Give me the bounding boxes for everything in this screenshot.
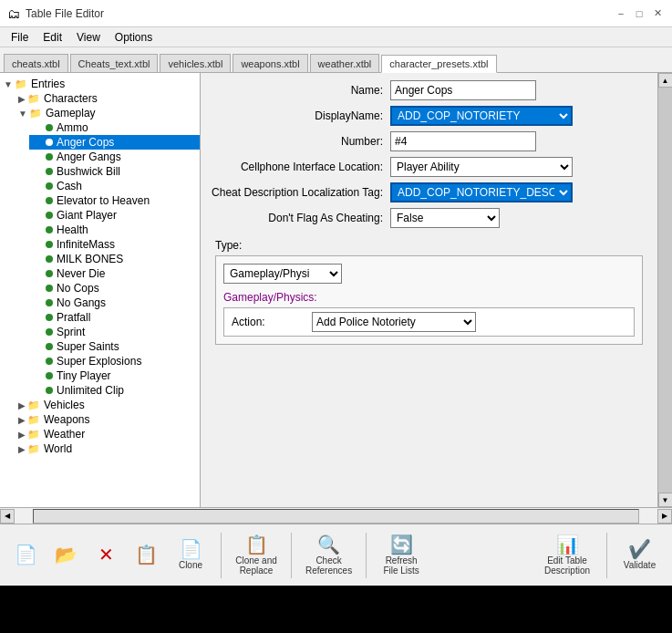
tab-cheats[interactable]: cheats.xtbl bbox=[4, 54, 68, 72]
cheat-desc-label: Cheat Description Localization Tag: bbox=[208, 186, 390, 199]
dont-flag-label: Don't Flag As Cheating: bbox=[208, 212, 390, 224]
menu-file[interactable]: File bbox=[4, 29, 36, 46]
clone-button[interactable]: 📄 Clone bbox=[168, 530, 213, 581]
horizontal-scrollbar[interactable] bbox=[33, 509, 639, 524]
refresh-lists-button[interactable]: 🔄 RefreshFile Lists bbox=[374, 530, 429, 581]
tree-label-unlimited-clip: Unlimited Clip bbox=[57, 384, 124, 397]
tree-item-world[interactable]: ▶ 📁 World bbox=[15, 441, 200, 456]
tree-item-weather[interactable]: ▶ 📁 Weather bbox=[15, 427, 200, 441]
maximize-button[interactable]: □ bbox=[632, 6, 646, 21]
dot-unlimited-clip bbox=[46, 387, 53, 394]
tree-item-tiny-player[interactable]: Tiny Player bbox=[29, 368, 200, 383]
close-button[interactable]: ✕ bbox=[650, 6, 665, 21]
scroll-left-arrow[interactable]: ◀ bbox=[0, 509, 15, 524]
tree-root-label: Entries bbox=[31, 78, 65, 90]
menu-view[interactable]: View bbox=[69, 29, 108, 46]
tree-item-bushwick-bill[interactable]: Bushwick Bill bbox=[29, 164, 200, 179]
tree-item-unlimited-clip[interactable]: Unlimited Clip bbox=[29, 383, 200, 398]
tab-bar: cheats.xtbl Cheats_text.xtbl vehicles.xt… bbox=[0, 47, 672, 73]
copy-button[interactable]: 📋 bbox=[128, 530, 164, 581]
menu-options[interactable]: Options bbox=[108, 29, 160, 46]
tree-label-giant-player: Giant Player bbox=[57, 209, 117, 222]
check-references-label: CheckReferences bbox=[305, 555, 352, 576]
tree-item-milk-bones[interactable]: MILK BONES bbox=[29, 252, 200, 266]
tree-item-super-explosions[interactable]: Super Explosions bbox=[29, 354, 200, 368]
separator-3 bbox=[366, 533, 367, 578]
tree-label-no-gangs: No Gangs bbox=[57, 296, 106, 309]
tree-item-weapons[interactable]: ▶ 📁 Weapons bbox=[15, 412, 200, 427]
tree-item-giant-player[interactable]: Giant Player bbox=[29, 208, 200, 223]
app-title: Table File Editor bbox=[26, 7, 608, 20]
check-references-button[interactable]: 🔍 CheckReferences bbox=[299, 530, 358, 581]
action-select[interactable]: Add Police Notoriety Remove Police Notor… bbox=[312, 312, 476, 332]
expand-vehicles-icon[interactable]: ▶ bbox=[18, 400, 26, 410]
tree-label-infinite-mass: InfiniteMass bbox=[57, 238, 115, 251]
cellphone-label: Cellphone Interface Location: bbox=[208, 161, 390, 173]
clone-replace-icon: 📋 bbox=[245, 535, 268, 554]
dont-flag-select[interactable]: False True bbox=[390, 208, 500, 228]
cellphone-select[interactable]: Player Ability None Combat bbox=[390, 157, 573, 177]
tab-cheats-text[interactable]: Cheats_text.xtbl bbox=[70, 54, 159, 72]
open-button[interactable]: 📂 bbox=[47, 530, 84, 581]
clone-replace-button[interactable]: 📋 Clone andReplace bbox=[229, 530, 284, 581]
edit-table-desc-label: Edit TableDescription bbox=[544, 555, 590, 576]
tree-item-pratfall[interactable]: Pratfall bbox=[29, 310, 200, 325]
horizontal-scroll-area[interactable]: ◀ ▶ bbox=[0, 507, 672, 524]
tree-root[interactable]: ▼ 📁 Entries bbox=[0, 77, 200, 91]
validate-icon: ✔️ bbox=[628, 540, 651, 558]
name-input[interactable] bbox=[390, 80, 536, 100]
scroll-up-arrow[interactable]: ▲ bbox=[658, 73, 673, 88]
tree-item-super-saints[interactable]: Super Saints bbox=[29, 339, 200, 354]
tree-label-super-saints: Super Saints bbox=[57, 340, 119, 353]
validate-button[interactable]: ✔️ Validate bbox=[615, 530, 665, 581]
tree-item-health[interactable]: Health bbox=[29, 223, 200, 237]
expand-weather-icon[interactable]: ▶ bbox=[18, 430, 26, 440]
tab-weapons[interactable]: weapons.xtbl bbox=[233, 54, 307, 72]
number-label: Number: bbox=[208, 135, 390, 148]
new-button[interactable]: 📄 bbox=[7, 530, 44, 581]
right-scrollbar[interactable]: ▲ ▼ bbox=[657, 73, 672, 507]
tree-item-anger-gangs[interactable]: Anger Gangs bbox=[29, 150, 200, 164]
tree-item-cash[interactable]: Cash bbox=[29, 179, 200, 193]
tree-label-elevator-to-heaven: Elevator to Heaven bbox=[57, 194, 150, 207]
expand-gameplay-icon[interactable]: ▼ bbox=[18, 109, 27, 119]
tree-item-no-gangs[interactable]: No Gangs bbox=[29, 296, 200, 310]
scroll-right-arrow[interactable]: ▶ bbox=[657, 509, 672, 524]
new-icon: 📄 bbox=[15, 545, 37, 564]
tab-vehicles[interactable]: vehicles.xtbl bbox=[160, 54, 231, 72]
edit-table-desc-button[interactable]: 📊 Edit TableDescription bbox=[535, 530, 599, 581]
scroll-track[interactable] bbox=[658, 88, 673, 493]
number-input[interactable] bbox=[390, 131, 536, 151]
dont-flag-row: Don't Flag As Cheating: False True bbox=[208, 208, 650, 228]
minimize-button[interactable]: − bbox=[614, 6, 628, 21]
tree-item-infinite-mass[interactable]: InfiniteMass bbox=[29, 237, 200, 252]
tab-character-presets[interactable]: character_presets.xtbl bbox=[381, 55, 496, 73]
expand-world-icon[interactable]: ▶ bbox=[18, 444, 26, 454]
dot-giant-player bbox=[46, 212, 53, 219]
app-icon: 🗂 bbox=[7, 6, 20, 21]
menu-edit[interactable]: Edit bbox=[36, 29, 69, 46]
expand-root-icon[interactable]: ▼ bbox=[4, 79, 13, 89]
tree-item-sprint[interactable]: Sprint bbox=[29, 325, 200, 339]
tree-item-never-die[interactable]: Never Die bbox=[29, 266, 200, 281]
tree-item-elevator-to-heaven[interactable]: Elevator to Heaven bbox=[29, 193, 200, 208]
expand-weapons-icon[interactable]: ▶ bbox=[18, 415, 26, 425]
tree-item-ammo[interactable]: Ammo bbox=[29, 120, 200, 135]
tree-item-characters[interactable]: ▶ 📁 Characters bbox=[15, 91, 200, 106]
display-name-label: DisplayName: bbox=[208, 109, 390, 122]
expand-characters-icon[interactable]: ▶ bbox=[18, 94, 26, 104]
scroll-down-arrow[interactable]: ▼ bbox=[658, 493, 673, 507]
delete-button[interactable]: ✕ bbox=[88, 530, 124, 581]
tree-item-no-cops[interactable]: No Cops bbox=[29, 281, 200, 296]
tab-weather[interactable]: weather.xtbl bbox=[310, 54, 380, 72]
dot-no-cops bbox=[46, 285, 53, 292]
type-dropdown[interactable]: Gameplay/Physi Gameplay/Combat Player bbox=[223, 264, 342, 284]
world-folder-icon: 📁 bbox=[27, 443, 40, 455]
tree-item-vehicles[interactable]: ▶ 📁 Vehicles bbox=[15, 398, 200, 412]
tree-item-anger-cops[interactable]: Anger Cops bbox=[29, 135, 200, 150]
tree-item-gameplay[interactable]: ▼ 📁 Gameplay bbox=[15, 106, 200, 120]
display-name-select[interactable]: ADD_COP_NOTORIETY bbox=[390, 106, 573, 126]
cheat-desc-select[interactable]: ADD_COP_NOTORIETY_DESC bbox=[390, 182, 573, 202]
tree-label-weather: Weather bbox=[44, 428, 85, 441]
dot-ammo bbox=[46, 124, 53, 131]
